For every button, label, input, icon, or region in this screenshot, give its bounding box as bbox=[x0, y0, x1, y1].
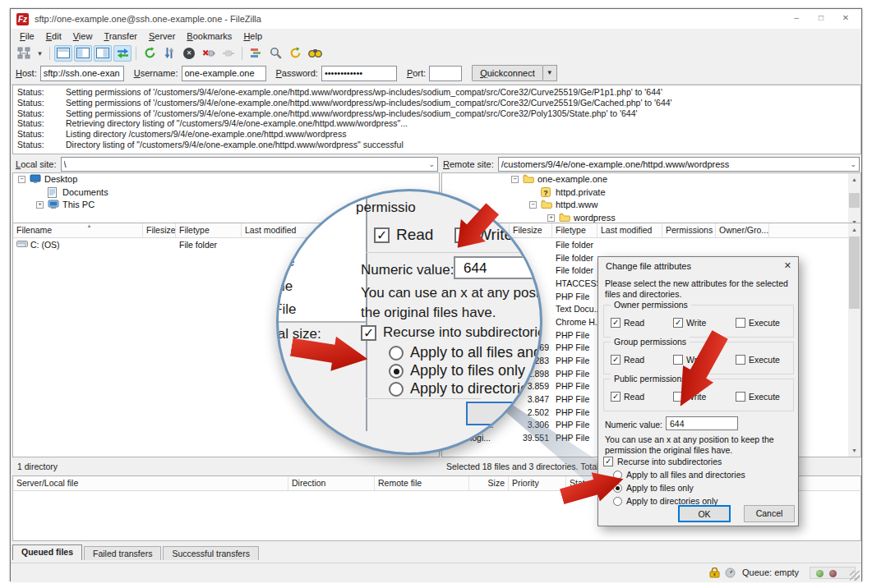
quickconnect-dropdown-icon[interactable]: ▼ bbox=[543, 65, 557, 81]
queue-column-priority[interactable]: Priority bbox=[509, 476, 566, 490]
directory-listing-filters-icon[interactable] bbox=[247, 45, 265, 62]
scroll-up-icon[interactable]: ▲ bbox=[848, 223, 860, 236]
expand-icon[interactable]: + bbox=[36, 201, 44, 209]
reconnect-icon[interactable] bbox=[219, 45, 238, 62]
collapse-icon[interactable]: − bbox=[529, 201, 537, 209]
checkbox-checked-icon[interactable] bbox=[361, 325, 376, 341]
chevron-down-icon[interactable]: ⌄ bbox=[428, 160, 435, 168]
scrollbar-thumb[interactable] bbox=[849, 193, 860, 208]
username-input[interactable] bbox=[182, 66, 266, 81]
magnified-numeric-input[interactable]: 644 bbox=[454, 256, 538, 279]
column-header-filetype[interactable]: Filetype bbox=[176, 223, 242, 237]
ok-button[interactable]: OK bbox=[678, 505, 731, 522]
menu-bookmarks[interactable]: Bookmarks bbox=[181, 31, 238, 41]
column-header-filesize[interactable]: Filesize bbox=[510, 223, 552, 237]
port-input[interactable] bbox=[429, 66, 462, 81]
group-read-checkbox[interactable]: Read bbox=[611, 355, 644, 365]
public-read-checkbox[interactable]: Read bbox=[611, 392, 644, 402]
public-execute-checkbox[interactable]: Execute bbox=[736, 392, 780, 402]
speed-limit-icon[interactable] bbox=[725, 567, 736, 578]
radio-selected-icon[interactable] bbox=[389, 364, 404, 379]
toggle-local-tree-icon[interactable] bbox=[74, 45, 92, 62]
site-manager-dropdown-icon[interactable]: ▾ bbox=[35, 45, 45, 62]
magnified-recurse-checkbox[interactable]: Recurse into subdirectories bbox=[361, 324, 542, 341]
dialog-close-icon[interactable]: ✕ bbox=[784, 260, 791, 271]
checkbox-icon[interactable] bbox=[736, 355, 745, 365]
menu-server[interactable]: Server bbox=[143, 31, 181, 41]
checkbox-checked-icon[interactable] bbox=[603, 457, 613, 466]
close-button[interactable]: ✕ bbox=[833, 9, 858, 27]
toggle-transfer-queue-icon[interactable] bbox=[113, 45, 131, 62]
tab-failed-transfers[interactable]: Failed transfers bbox=[84, 546, 161, 560]
owner-read-checkbox[interactable]: Read bbox=[611, 318, 644, 328]
checkbox-icon[interactable] bbox=[736, 392, 745, 402]
tree-item-one-example-one[interactable]: −one-example.one bbox=[442, 173, 860, 186]
radio-icon[interactable] bbox=[389, 346, 404, 361]
column-header-filesize[interactable]: Filesize bbox=[143, 223, 176, 237]
magnified-radio-apply-to-files-only[interactable]: Apply to files only bbox=[389, 362, 525, 379]
remote-list-scrollbar[interactable]: ▲ ▼ bbox=[848, 223, 860, 457]
menu-view[interactable]: View bbox=[67, 31, 99, 41]
remote-site-path-combo[interactable]: /customers/9/4/e/one-example.one/httpd.w… bbox=[498, 157, 860, 172]
column-header-filename[interactable]: Filename▴ bbox=[13, 223, 143, 237]
toggle-remote-tree-icon[interactable] bbox=[94, 45, 112, 62]
menu-help[interactable]: Help bbox=[238, 31, 268, 41]
checkbox-checked-icon[interactable] bbox=[611, 318, 621, 328]
refresh-icon[interactable] bbox=[141, 45, 159, 62]
owner-execute-checkbox[interactable]: Execute bbox=[736, 318, 780, 328]
queue-column-size[interactable]: Size bbox=[469, 476, 509, 490]
scroll-down-icon[interactable]: ▼ bbox=[848, 444, 860, 457]
synchronized-browsing-icon[interactable] bbox=[286, 45, 304, 62]
tree-item-desktop[interactable]: −Desktop bbox=[13, 173, 439, 186]
radio-apply-to-all-files-and-directories[interactable]: Apply to all files and directories bbox=[613, 470, 745, 480]
cancel-button[interactable]: Cancel bbox=[744, 505, 795, 522]
disconnect-icon[interactable] bbox=[200, 45, 218, 62]
checkbox-icon[interactable] bbox=[673, 355, 683, 365]
tree-item-httpd-private[interactable]: ?httpd.private bbox=[442, 186, 860, 200]
column-header-last-modified[interactable]: Last modified bbox=[597, 223, 662, 237]
minimize-button[interactable]: – bbox=[784, 9, 809, 27]
column-header-owner-gro-[interactable]: Owner/Gro... bbox=[716, 223, 769, 237]
checkbox-checked-icon[interactable] bbox=[673, 318, 683, 328]
queue-column-direction[interactable]: Direction bbox=[288, 476, 375, 490]
resize-grip[interactable] bbox=[850, 571, 860, 581]
tab-queued-files[interactable]: Queued files bbox=[12, 544, 82, 560]
remote-tree-scrollbar[interactable]: ▲ ▼ bbox=[848, 173, 860, 228]
tree-item-httpd-www[interactable]: −httpd.www bbox=[442, 199, 860, 212]
radio-icon[interactable] bbox=[389, 382, 404, 397]
magnified-radio-apply-to-directories-only[interactable]: Apply to directories only bbox=[389, 380, 542, 397]
radio-apply-to-files-only[interactable]: Apply to files only bbox=[613, 483, 694, 493]
column-header-filetype[interactable]: Filetype bbox=[552, 223, 597, 237]
toggle-log-view-icon[interactable] bbox=[54, 45, 72, 62]
owner-write-checkbox[interactable]: Write bbox=[673, 318, 706, 328]
queue-column-remote-file[interactable]: Remote file bbox=[375, 476, 469, 490]
cancel-operation-icon[interactable]: ✕ bbox=[180, 45, 198, 62]
local-site-path-combo[interactable]: \ ⌄ bbox=[61, 157, 438, 172]
magnified-read-checkbox[interactable]: Read bbox=[374, 226, 433, 244]
menu-edit[interactable]: Edit bbox=[40, 31, 67, 41]
checkbox-icon[interactable] bbox=[736, 318, 745, 328]
scrollbar-thumb[interactable] bbox=[849, 237, 860, 309]
numeric-value-input[interactable] bbox=[666, 416, 738, 430]
column-header-permissions[interactable]: Permissions bbox=[662, 223, 716, 237]
directory-comparison-icon[interactable] bbox=[266, 45, 284, 62]
checkbox-checked-icon[interactable] bbox=[611, 392, 621, 402]
expand-icon[interactable]: + bbox=[547, 214, 555, 222]
find-files-icon[interactable] bbox=[306, 45, 324, 62]
magnified-radio-apply-to-all-files-and-directories[interactable]: Apply to all files and directories bbox=[389, 344, 542, 361]
chevron-down-icon[interactable]: ⌄ bbox=[850, 160, 856, 168]
checkbox-checked-icon[interactable] bbox=[374, 227, 390, 243]
maximize-button[interactable]: □ bbox=[809, 9, 833, 27]
queue-column-server-local-file[interactable]: Server/Local file bbox=[13, 476, 288, 490]
process-queue-icon[interactable] bbox=[160, 45, 178, 62]
recurse-checkbox[interactable]: Recurse into subdirectories bbox=[603, 457, 722, 466]
collapse-icon[interactable]: − bbox=[18, 176, 25, 183]
host-input[interactable] bbox=[40, 66, 124, 81]
checkbox-checked-icon[interactable] bbox=[611, 355, 621, 365]
site-manager-icon[interactable] bbox=[15, 45, 33, 62]
group-execute-checkbox[interactable]: Execute bbox=[736, 355, 780, 365]
radio-icon[interactable] bbox=[613, 497, 622, 506]
collapse-icon[interactable]: − bbox=[511, 176, 519, 183]
quickconnect-button[interactable]: Quickconnect bbox=[472, 65, 543, 81]
password-input[interactable] bbox=[321, 66, 397, 81]
